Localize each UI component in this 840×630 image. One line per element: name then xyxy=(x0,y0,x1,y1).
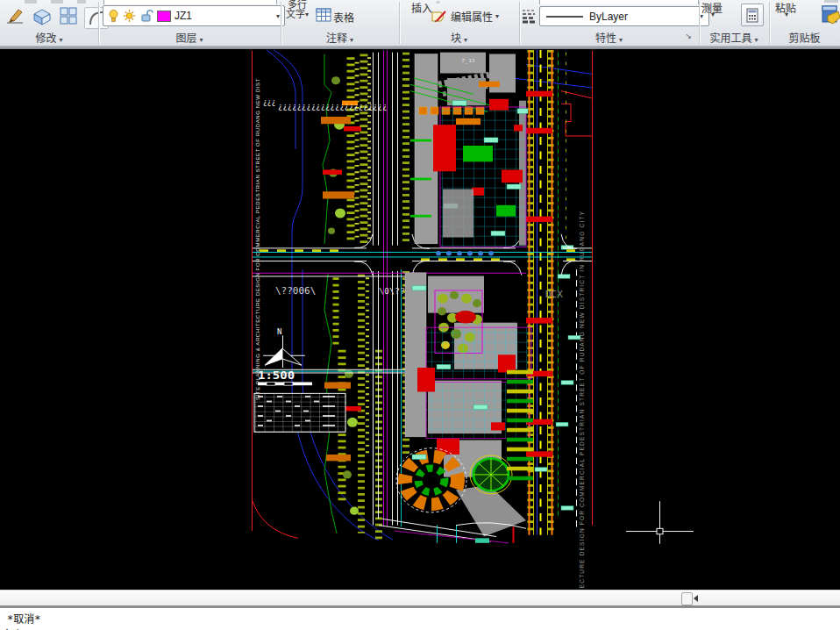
lineweight-dropdown[interactable]: ByLayer ▾ xyxy=(539,6,709,26)
north-label: N xyxy=(277,328,281,337)
panel-label-properties[interactable]: 特性▾ xyxy=(519,30,699,45)
ribbon: ▾ 修改▾ xyxy=(0,0,840,49)
panel-label-annotate[interactable]: 注释▾ xyxy=(281,30,399,45)
chevron-down-icon: ▾ xyxy=(619,36,623,44)
plot-code-label: \??006\ xyxy=(275,285,316,295)
bulb-icon xyxy=(108,9,119,23)
panel-utilities: 测量 ▾ 实用工具▾ xyxy=(699,0,769,46)
layer-name: JZ1 xyxy=(174,10,192,22)
paste-special-button[interactable] xyxy=(821,3,840,30)
explode-button[interactable] xyxy=(32,6,53,29)
command-history-line: *取消* xyxy=(7,611,40,626)
block-ref-label: F_13 xyxy=(462,58,475,64)
panel-modify: ▾ 修改▾ xyxy=(0,0,98,46)
panel-label-clipboard: 剪贴板 xyxy=(769,30,840,45)
panel-clipboard: 粘贴 ▾ 剪贴板 xyxy=(769,0,840,46)
chevron-down-icon: ▾ xyxy=(755,36,758,44)
legend-table xyxy=(254,393,345,432)
lineweight-value: ByLayer xyxy=(589,11,628,23)
panel-properties: ByLayer ▾ ↘ 特性▾ xyxy=(519,0,699,46)
edit-attributes-button[interactable]: 编辑属性 ▾ xyxy=(431,8,499,24)
array-icon xyxy=(59,6,78,25)
autocad-window: ▾ 修改▾ xyxy=(0,0,840,630)
fallback-glyph-row: ¿¿¿ xyxy=(263,98,275,106)
layer-dropdown[interactable]: JZ1 ▾ xyxy=(103,5,285,26)
chevron-down-icon: ▾ xyxy=(305,11,309,18)
box-icon xyxy=(32,6,53,25)
left-title-caption: SITE PLANNING & ARCHITECTURE DESIGN FOR … xyxy=(255,99,263,400)
dcx-label: DCX xyxy=(545,290,564,299)
layer-color-swatch xyxy=(157,11,171,22)
table-icon xyxy=(316,8,331,22)
scroll-left-arrow-icon[interactable] xyxy=(694,595,698,602)
line-sample xyxy=(545,15,584,18)
erase-icon xyxy=(4,6,25,25)
lineweight-icon xyxy=(521,8,537,27)
upper-complex xyxy=(410,53,528,247)
right-title-caption: NG & ARCHITECTURE DESIGN FOR COMMERCIAL … xyxy=(579,99,587,630)
chevron-down-icon: ▾ xyxy=(785,11,788,18)
sun-icon xyxy=(123,9,136,23)
scrollbar-thumb[interactable] xyxy=(681,592,693,605)
panel-layers: JZ1 ▾ 图层▾ xyxy=(98,0,281,46)
chevron-down-icon: ▾ xyxy=(60,36,63,44)
calculator-button[interactable] xyxy=(741,4,764,26)
chevron-down-icon: ▾ xyxy=(276,12,280,20)
panel-block: 插入 编辑属性 ▾ 块▾ xyxy=(399,0,519,46)
table-button[interactable] xyxy=(316,8,331,25)
site-plan-drawing: 1:500 N \??006\ \0\?? DCX F_13 xyxy=(0,49,840,590)
mtext-button[interactable]: 多行 文字▾ xyxy=(286,0,309,19)
chevron-down-icon: ▾ xyxy=(200,36,203,44)
panel-annotate: 多行 文字▾ 表格 注释▾ xyxy=(281,0,399,46)
scale-label: 1:500 xyxy=(258,369,295,381)
array-button[interactable] xyxy=(59,6,78,29)
command-prompt-line: 命令: xyxy=(2,626,29,630)
horizontal-scrollbar[interactable] xyxy=(0,590,840,606)
command-line-area[interactable]: *取消* 命令: xyxy=(0,608,840,630)
unlock-icon xyxy=(139,9,153,23)
chevron-down-icon: ▾ xyxy=(711,11,715,18)
chevron-down-icon: ▾ xyxy=(495,12,499,20)
edit-attribute-icon xyxy=(431,8,448,24)
erase-button[interactable] xyxy=(4,6,25,29)
cutoff-icon-fragment xyxy=(436,1,440,4)
plot-code-label-2: \0\?? xyxy=(379,286,405,296)
paste-special-icon xyxy=(821,3,840,26)
drawing-viewport[interactable]: 1:500 N \??006\ \0\?? DCX F_13 SITE PLAN… xyxy=(0,49,840,590)
fallback-glyph-column: ¿¿¿¿¿¿¿¿¿¿¿¿¿¿¿¿¿¿¿¿¿¿¿ xyxy=(278,102,289,111)
calculator-icon xyxy=(746,8,758,23)
chevron-down-icon: ▾ xyxy=(350,36,353,44)
insert-button[interactable]: 插入 xyxy=(411,0,432,15)
panel-label-modify[interactable]: 修改▾ xyxy=(0,30,98,45)
chevron-down-icon: ▾ xyxy=(464,36,467,44)
panel-label-utilities[interactable]: 实用工具▾ xyxy=(699,30,769,45)
panel-label-block[interactable]: 块▾ xyxy=(399,30,519,45)
panel-label-layers[interactable]: 图层▾ xyxy=(98,30,281,45)
table-button-label[interactable]: 表格 xyxy=(333,10,354,25)
